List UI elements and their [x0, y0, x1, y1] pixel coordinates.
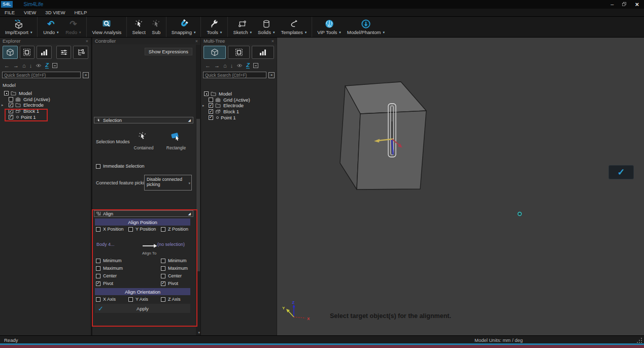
- point-checkbox[interactable]: ✓: [9, 115, 13, 119]
- target-maximum-checkbox[interactable]: [161, 266, 165, 271]
- down-arrow-icon[interactable]: ↓: [230, 62, 233, 69]
- tree-item-grid[interactable]: Grid (Active): [0, 97, 91, 103]
- point-checkbox[interactable]: ✓: [209, 115, 213, 120]
- show-expressions-button[interactable]: Show Expressions: [145, 48, 192, 55]
- zoom-to-selection-icon[interactable]: Z: [45, 62, 49, 69]
- tab-hierarchy-view[interactable]: [73, 46, 88, 59]
- confirm-alignment-button[interactable]: ✓: [608, 165, 634, 179]
- controller-close-icon[interactable]: ×: [195, 39, 198, 44]
- solids-button[interactable]: Solids▾: [255, 17, 278, 37]
- collapse-icon[interactable]: ◢: [188, 118, 191, 122]
- scroll-down-icon[interactable]: ▾: [198, 331, 200, 335]
- target-center-checkbox[interactable]: [161, 274, 165, 278]
- menu-3d-view[interactable]: 3D VIEW: [41, 10, 70, 15]
- electrode-checkbox[interactable]: ✓: [209, 103, 213, 108]
- eye-icon[interactable]: [36, 62, 42, 69]
- zoom-to-selection-icon[interactable]: Z: [246, 62, 250, 69]
- rectangle-mode-icon[interactable]: [171, 131, 182, 140]
- target-minimum-checkbox[interactable]: [161, 259, 165, 263]
- sub-select-button[interactable]: Sub: [149, 17, 164, 37]
- menu-view[interactable]: VIEW: [19, 10, 41, 15]
- source-pivot-checkbox[interactable]: ✓: [96, 281, 100, 286]
- block-checkbox[interactable]: ✓: [9, 109, 13, 113]
- collapse-all-icon[interactable]: [253, 63, 258, 68]
- tab-model-view[interactable]: [204, 46, 226, 59]
- apply-button[interactable]: ✓ Apply: [95, 304, 190, 313]
- search-clear-icon[interactable]: ×: [268, 72, 275, 78]
- explorer-search-input[interactable]: [2, 72, 81, 78]
- tools-button[interactable]: Tools▾: [203, 17, 225, 37]
- x-position-checkbox[interactable]: [96, 227, 100, 232]
- imp-export-button[interactable]: Imp/Export▾: [2, 17, 35, 37]
- selection-section-header[interactable]: Selection ◢: [94, 117, 193, 123]
- tree-item-electrode[interactable]: ▸ ✓ Electrode: [201, 103, 277, 109]
- align-source-label[interactable]: Body 4...: [96, 242, 115, 247]
- tab-analysis-view[interactable]: [252, 46, 274, 59]
- tree-item-model[interactable]: Model: [201, 91, 277, 97]
- tab-analysis-view[interactable]: [37, 46, 52, 59]
- tree-item-grid[interactable]: Grid (Active): [201, 97, 277, 103]
- source-maximum-checkbox[interactable]: [96, 266, 100, 271]
- block-checkbox[interactable]: ✓: [209, 109, 213, 114]
- search-clear-icon[interactable]: ×: [83, 72, 89, 78]
- multitree-search-input[interactable]: [203, 72, 266, 78]
- source-minimum-checkbox[interactable]: [96, 259, 100, 263]
- home-icon[interactable]: ⌂: [22, 62, 26, 69]
- viewport-3d[interactable]: Z Y X ✓ Select target object(s) for the …: [277, 38, 644, 335]
- home-icon[interactable]: ⌂: [223, 62, 227, 69]
- scrollbar-thumb[interactable]: [196, 119, 200, 271]
- menu-file[interactable]: FILE: [0, 10, 19, 15]
- snapping-button[interactable]: Snapping▾: [168, 17, 199, 37]
- tree-root-checkbox[interactable]: [204, 91, 209, 96]
- controller-scrollbar[interactable]: [196, 45, 200, 335]
- collapse-icon[interactable]: ◢: [188, 212, 191, 216]
- view-analysis-button[interactable]: View Analysis: [89, 17, 124, 37]
- source-center-checkbox[interactable]: [96, 274, 100, 278]
- x-axis-checkbox[interactable]: [96, 297, 100, 302]
- expander-icon[interactable]: ▸: [2, 103, 4, 107]
- forward-icon[interactable]: →: [214, 62, 220, 69]
- target-pivot-checkbox[interactable]: ✓: [161, 281, 165, 286]
- tree-item-point[interactable]: ✓ Point 1: [0, 114, 91, 120]
- minimize-button[interactable]: –: [611, 2, 614, 7]
- electrode-checkbox[interactable]: ✓: [9, 103, 13, 107]
- select-button[interactable]: Select: [129, 17, 148, 37]
- grid-checkbox[interactable]: [209, 98, 213, 102]
- forward-icon[interactable]: →: [13, 62, 19, 69]
- grid-checkbox[interactable]: [9, 97, 13, 102]
- tree-item-block[interactable]: ✓ Block 1: [0, 108, 91, 114]
- resize-grip[interactable]: [637, 337, 642, 343]
- vip-tools-button[interactable]: ViP Tools▾: [314, 17, 344, 37]
- contained-mode-icon[interactable]: [138, 132, 149, 141]
- tab-model-view[interactable]: [3, 46, 18, 59]
- y-position-checkbox[interactable]: [128, 227, 133, 232]
- collapse-all-icon[interactable]: [52, 63, 57, 68]
- templates-button[interactable]: Templates▾: [278, 17, 310, 37]
- multitree-close-icon[interactable]: ×: [272, 39, 274, 44]
- down-arrow-icon[interactable]: ↓: [29, 62, 32, 69]
- z-axis-checkbox[interactable]: [161, 297, 165, 302]
- eye-icon[interactable]: [236, 62, 243, 69]
- connected-picking-dropdown[interactable]: Disable connected picking ▾: [144, 175, 192, 191]
- sketch-button[interactable]: Sketch▾: [230, 17, 255, 37]
- back-icon[interactable]: ←: [205, 62, 211, 69]
- back-icon[interactable]: ←: [4, 62, 10, 69]
- tree-root-checkbox[interactable]: [4, 91, 9, 96]
- tree-item-point[interactable]: ✓ Point 1: [201, 114, 277, 120]
- undo-button[interactable]: ↶ Undo▾: [40, 17, 62, 37]
- tree-item-model[interactable]: Model: [0, 90, 91, 97]
- tab-simulation-view[interactable]: [228, 46, 250, 59]
- close-button[interactable]: ×: [635, 2, 639, 7]
- tree-item-block[interactable]: ✓ Block 1: [201, 109, 277, 115]
- y-axis-checkbox[interactable]: [128, 297, 133, 302]
- explorer-close-icon[interactable]: ×: [86, 39, 88, 44]
- model-phantom-button[interactable]: Model/Phantom▾: [344, 17, 388, 37]
- z-position-checkbox[interactable]: [161, 227, 165, 232]
- tab-simulation-view[interactable]: [20, 46, 35, 59]
- align-section-header[interactable]: Align ◢: [94, 210, 193, 217]
- menu-help[interactable]: HELP: [70, 10, 91, 15]
- align-target-label[interactable]: (no selection): [157, 242, 185, 247]
- expander-icon[interactable]: ▸: [202, 104, 205, 108]
- tab-properties-view[interactable]: [56, 46, 72, 59]
- redo-button[interactable]: ↷ Redo▾: [62, 17, 84, 37]
